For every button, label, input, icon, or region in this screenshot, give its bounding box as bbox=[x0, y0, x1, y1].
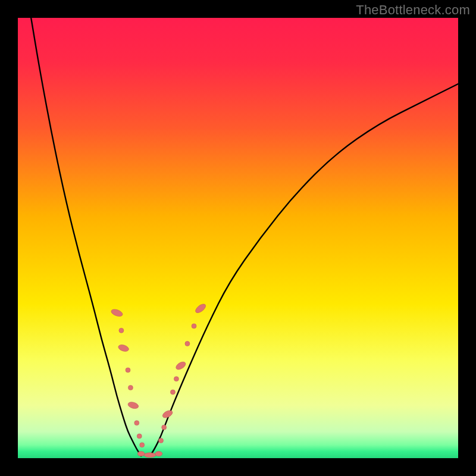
right-branch-marker bbox=[159, 438, 164, 443]
right-branch-marker bbox=[192, 324, 196, 328]
chart-stage: TheBottleneck.com bbox=[0, 0, 476, 476]
plot-area bbox=[18, 18, 458, 458]
right-branch-marker bbox=[174, 377, 178, 381]
gradient-background bbox=[18, 18, 458, 458]
chart-svg bbox=[18, 18, 458, 458]
left-branch-marker bbox=[119, 328, 124, 333]
left-branch-marker bbox=[140, 443, 145, 447]
right-branch-marker bbox=[185, 342, 190, 346]
right-branch-marker bbox=[170, 390, 175, 394]
watermark-text: TheBottleneck.com bbox=[356, 2, 470, 18]
left-branch-marker bbox=[134, 421, 139, 425]
trough-marker bbox=[155, 452, 162, 456]
left-branch-marker bbox=[137, 434, 142, 439]
trough-marker bbox=[137, 452, 145, 456]
trough-marker bbox=[144, 453, 156, 458]
left-branch-marker bbox=[126, 368, 130, 372]
left-branch-marker bbox=[128, 386, 133, 390]
right-branch-marker bbox=[162, 425, 167, 430]
